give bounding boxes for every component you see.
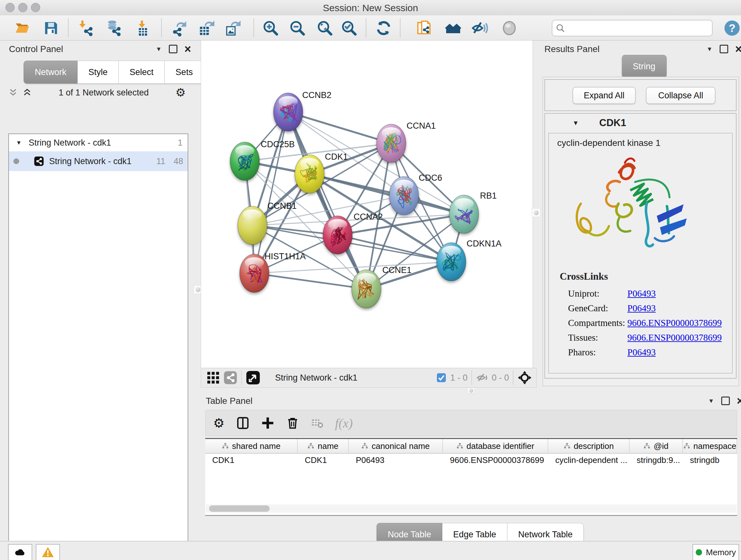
zoom-in-button[interactable] [262, 20, 279, 37]
export-network-icon [172, 20, 188, 37]
help-button[interactable]: ? [724, 20, 740, 37]
cloud-status-button[interactable] [8, 544, 32, 560]
string-network-icon [34, 156, 44, 166]
network-edge[interactable] [288, 112, 366, 289]
expand-all-icon[interactable] [8, 88, 18, 98]
save-session-button[interactable] [43, 20, 59, 37]
network-node-CDKN1A[interactable] [436, 243, 466, 281]
column-header-database-identifier[interactable]: database identifier [443, 439, 548, 454]
network-list-options-gear-icon[interactable]: ⚙ [176, 86, 186, 99]
crosslink-link[interactable]: 9606.ENSP00000378699 [627, 332, 722, 343]
open-session-button[interactable] [14, 20, 30, 37]
column-header-name[interactable]: name [298, 439, 349, 454]
close-panel-icon[interactable]: × [735, 46, 741, 52]
import-table-file-button[interactable] [135, 20, 151, 37]
network-node-CCNE1[interactable] [352, 270, 381, 308]
delete-column-trash-icon[interactable] [286, 416, 299, 430]
crosslink-link[interactable]: P06493 [627, 303, 656, 314]
table-cell[interactable]: stringdb:9... [630, 454, 683, 466]
crosslink-link[interactable]: P06493 [627, 347, 656, 358]
column-header-shared-name[interactable]: shared name [205, 439, 298, 454]
tab-sets[interactable]: Sets [165, 61, 204, 84]
column-header-canonical-name[interactable]: canonical name [349, 439, 443, 454]
create-column-plus-icon[interactable] [261, 416, 274, 430]
table-row[interactable]: CDK1CDK1P064939606.ENSP00000378699cyclin… [205, 454, 737, 466]
table-options-gear-icon[interactable]: ⚙ [213, 416, 225, 430]
panel-menu-icon[interactable]: ▼ [708, 397, 714, 405]
network-edge[interactable] [288, 112, 391, 143]
show-hidden-button[interactable] [501, 20, 518, 37]
entry-collapse-icon[interactable]: ▼ [572, 119, 579, 127]
table-cell[interactable]: P06493 [349, 454, 443, 466]
table-cell[interactable]: CDK1 [205, 454, 298, 466]
memory-button[interactable]: Memory [692, 544, 739, 560]
float-panel-icon[interactable] [721, 396, 730, 405]
tree-expander-icon[interactable]: ▼ [16, 139, 22, 146]
string-view-icon[interactable] [223, 371, 238, 385]
network-edge[interactable] [254, 112, 288, 273]
zoom-selected-button[interactable] [341, 20, 357, 37]
network-node-RB1[interactable] [449, 195, 479, 233]
export-image-button[interactable] [225, 20, 241, 37]
import-network-database-button[interactable] [105, 20, 122, 37]
selected-checkbox-icon[interactable] [436, 373, 447, 383]
clone-network-button[interactable] [416, 20, 433, 37]
table-cell[interactable]: cyclin-dependent ... [548, 454, 630, 466]
table-cell[interactable]: 9606.ENSP00000378699 [443, 454, 548, 466]
crosslink-label: GeneCard: [568, 303, 627, 314]
table-cell[interactable]: CDK1 [298, 454, 349, 466]
collapse-all-icon[interactable] [22, 88, 32, 98]
network-collection-row[interactable]: ▼ String Network - cdk1 1 [9, 134, 188, 151]
import-network-file-button[interactable] [77, 20, 94, 37]
zoom-fit-button[interactable] [317, 20, 333, 37]
zoom-out-button[interactable] [289, 20, 306, 37]
network-node-CDC6[interactable] [389, 177, 419, 215]
network-node-CDC25B[interactable] [230, 142, 259, 180]
collapse-all-button[interactable]: Collapse All [646, 87, 716, 104]
tab-network[interactable]: Network [23, 61, 77, 84]
table-horizontal-scrollbar[interactable] [206, 504, 737, 513]
zoom-selected-icon [341, 20, 357, 37]
crosslink-link[interactable]: P06493 [627, 288, 656, 299]
export-table-button[interactable] [199, 20, 215, 37]
crosslink-link[interactable]: 9606.ENSP00000378699 [627, 318, 722, 328]
network-node-CCNA1[interactable] [377, 124, 406, 163]
crosslinks-title: CrossLinks [560, 271, 608, 282]
right-splitter-handle[interactable] [532, 208, 541, 217]
float-panel-icon[interactable] [169, 45, 178, 53]
search-box[interactable] [552, 20, 713, 37]
table-cell[interactable]: stringdb [683, 454, 737, 466]
refresh-view-button[interactable] [375, 20, 392, 37]
network-edge[interactable] [254, 273, 366, 289]
expand-all-button[interactable]: Expand All [572, 87, 636, 104]
network-node-CCNB2[interactable] [273, 93, 303, 131]
search-input[interactable] [568, 23, 712, 34]
export-network-button[interactable] [172, 20, 188, 37]
panel-menu-icon[interactable]: ▼ [156, 46, 162, 53]
network-graph[interactable]: CCNB2CCNA1CDC25BCDK1CDC6RB1CCNB1CCNA2CDK… [201, 40, 532, 368]
tab-string[interactable]: String [622, 55, 667, 78]
close-panel-icon[interactable]: × [185, 46, 191, 52]
birds-eye-grid-icon[interactable] [206, 371, 220, 385]
tab-style[interactable]: Style [77, 61, 119, 84]
panel-menu-icon[interactable]: ▼ [706, 46, 713, 53]
network-row-selected[interactable]: String Network - cdk1 11 48 [9, 151, 188, 171]
cdk1-entry-header[interactable]: ▼ CDK1 [545, 114, 736, 132]
scrollbar-thumb[interactable] [209, 505, 270, 512]
column-header-namespace[interactable]: namespace [683, 439, 737, 454]
node-gloss-highlight [245, 257, 264, 268]
pan-crosshair-icon[interactable] [517, 370, 532, 385]
network-node-CDK1[interactable] [295, 155, 324, 193]
column-header-description[interactable]: description [548, 439, 630, 454]
warnings-button[interactable] [36, 544, 60, 560]
network-node-CCNA2[interactable] [323, 216, 352, 254]
column-header-@id[interactable]: @id [630, 439, 683, 454]
tab-select[interactable]: Select [119, 61, 165, 84]
hide-selected-button[interactable] [471, 20, 488, 37]
detach-view-icon[interactable] [246, 370, 260, 385]
network-node-CCNB1[interactable] [238, 206, 267, 245]
first-neighbors-button[interactable] [445, 20, 461, 37]
show-columns-icon[interactable] [236, 416, 250, 430]
close-panel-icon[interactable]: × [737, 398, 741, 404]
float-panel-icon[interactable] [720, 45, 728, 53]
